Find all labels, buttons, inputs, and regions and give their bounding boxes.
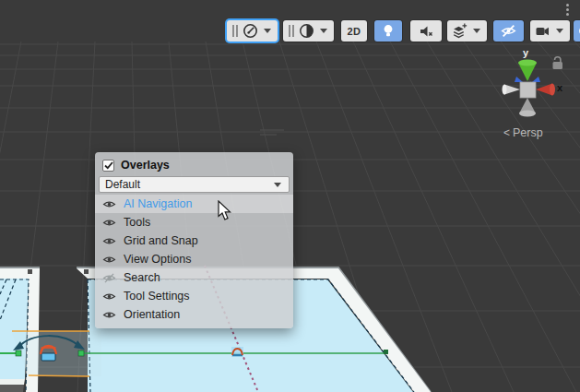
drag-handle-icon[interactable] [289, 25, 294, 37]
scene-toolbar: 2D [227, 20, 580, 42]
overlay-item-label: Tool Settings [124, 290, 190, 303]
eye-icon[interactable] [102, 236, 116, 246]
overlays-title: Overlays [121, 159, 170, 172]
overlay-item-search[interactable]: Search [95, 268, 293, 287]
gizmo-toggle-button[interactable] [574, 20, 580, 42]
eye-slash-icon [501, 23, 516, 39]
overlay-preset-dropdown[interactable]: Default [99, 176, 290, 193]
gizmo-center-cube[interactable] [520, 82, 536, 98]
overlay-item-view-options[interactable]: View Options [95, 250, 293, 268]
overlay-item-ai-navigation[interactable]: AI Navigation [95, 195, 293, 213]
drag-handle-icon[interactable] [232, 25, 238, 37]
draw-mode-group[interactable] [283, 20, 334, 42]
eye-icon[interactable] [102, 310, 116, 320]
projection-label: Persp [513, 126, 543, 139]
dropdown-arrow-icon[interactable] [556, 29, 563, 33]
overlay-item-tool-settings[interactable]: Tool Settings [95, 287, 293, 305]
overlay-item-label: Search [124, 271, 160, 284]
overlay-item-grid-and-snap[interactable]: Grid and Snap [95, 232, 293, 250]
lighting-toggle-button[interactable] [374, 20, 402, 42]
eye-icon[interactable] [102, 199, 116, 209]
navmesh-link-icon[interactable] [41, 346, 56, 361]
eye-icon[interactable] [102, 291, 116, 302]
lock-icon[interactable] [553, 57, 563, 69]
overlay-item-orientation[interactable]: Orientation [95, 305, 293, 324]
vertex-handle[interactable] [28, 269, 32, 274]
overlay-item-label: Grid and Snap [124, 234, 198, 247]
camera-menu-button[interactable] [530, 20, 570, 42]
overlay-toolbar-group[interactable] [227, 20, 278, 42]
orientation-gizmo[interactable] [494, 48, 580, 125]
scene-visibility-button[interactable] [493, 20, 524, 42]
y-axis-label[interactable]: y [523, 47, 528, 58]
video-camera-icon [535, 24, 550, 39]
shaded-sphere-icon [299, 23, 314, 39]
dropdown-arrow-icon [274, 183, 281, 187]
eye-icon[interactable] [102, 218, 116, 228]
checkmark-icon [104, 161, 113, 170]
overlays-menu-header: Overlays [95, 157, 293, 175]
persp-chevron-icon: < [503, 126, 510, 139]
preset-value: Default [105, 178, 140, 191]
mouse-cursor [218, 200, 232, 222]
audio-toggle-button[interactable] [410, 20, 442, 42]
compass-icon [243, 23, 258, 39]
y-axis-cone[interactable] [518, 60, 537, 82]
overlay-item-label: Tools [124, 216, 150, 229]
overlays-checkbox[interactable] [102, 160, 114, 172]
z-axis-cone[interactable] [515, 77, 523, 82]
speaker-muted-icon [419, 24, 434, 39]
overlay-item-label: Orientation [124, 308, 180, 321]
eye-hidden-icon[interactable] [102, 273, 116, 283]
x-axis-label[interactable]: x [557, 82, 562, 93]
projection-toggle[interactable]: < Persp [503, 126, 543, 139]
kebab-menu-icon[interactable] [564, 4, 570, 16]
overlay-item-label: View Options [124, 253, 191, 266]
overlay-item-tools[interactable]: Tools [95, 213, 293, 232]
dropdown-arrow-icon[interactable] [473, 29, 480, 33]
dropdown-arrow-icon[interactable] [264, 29, 271, 33]
vertex-handle[interactable] [84, 269, 89, 274]
z-axis-cone[interactable] [532, 77, 540, 82]
overlays-menu: Overlays Default AI Navigation Tools [95, 152, 293, 328]
2d-label: 2D [347, 26, 361, 37]
overlay-item-label: AI Navigation [124, 197, 192, 210]
neg-x-axis-cone[interactable] [503, 85, 521, 95]
light-bulb-icon [381, 23, 396, 39]
2d-toggle-button[interactable]: 2D [341, 20, 367, 42]
x-axis-cone[interactable] [536, 84, 555, 96]
dropdown-arrow-icon[interactable] [320, 29, 327, 33]
unity-scene-view: { "toolbar": { "overlay_group": { "icons… [0, 0, 580, 392]
layers-sparkle-icon [452, 23, 468, 39]
neg-y-axis-cone[interactable] [519, 98, 536, 117]
navmesh-link-icon-small[interactable] [231, 347, 243, 357]
effects-menu-button[interactable] [447, 20, 487, 42]
eye-icon[interactable] [102, 255, 116, 265]
